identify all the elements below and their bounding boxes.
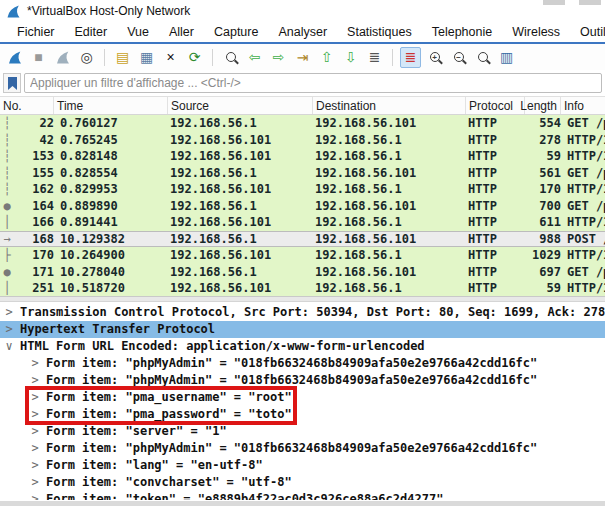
- packet-cell-marker: ├: [0, 247, 14, 264]
- detail-row[interactable]: >Form item: "pma_password" = "toto": [0, 406, 605, 423]
- packet-row[interactable]: ┆1620.829953192.168.56.101192.168.56.1HT…: [0, 181, 605, 198]
- detail-row[interactable]: >Form item: "phpMyAdmin" = "018fb6632468…: [0, 372, 605, 389]
- column-header-time[interactable]: Time: [54, 97, 168, 114]
- expander-icon[interactable]: >: [29, 355, 41, 372]
- zoom-reset-icon: [478, 52, 488, 62]
- go-back-icon[interactable]: ⇦: [244, 47, 265, 68]
- expander-icon[interactable]: >: [29, 406, 41, 423]
- menu-item-editer[interactable]: Editer: [66, 23, 117, 41]
- packet-cell-len: 170: [525, 181, 561, 198]
- menu-item-fichier[interactable]: Fichier: [8, 23, 64, 41]
- menu-item-vue[interactable]: Vue: [118, 23, 158, 41]
- packet-cell-info: GET /p: [561, 198, 605, 215]
- open-file-icon[interactable]: ▤: [112, 47, 133, 68]
- menu-item-statistiques[interactable]: Statistiques: [338, 23, 421, 41]
- zoom-in-icon: +: [430, 52, 440, 62]
- packet-row[interactable]: ●1640.889890192.168.56.1192.168.56.101HT…: [0, 198, 605, 215]
- expander-icon[interactable]: >: [29, 457, 41, 474]
- expander-icon[interactable]: >: [29, 491, 41, 500]
- detail-row[interactable]: >Form item: "pma_username" = "root": [0, 389, 605, 406]
- expander-icon[interactable]: >: [29, 440, 41, 457]
- menu-item-telephonie[interactable]: Telephonie: [423, 23, 501, 41]
- packet-cell-time: 10.278040: [54, 264, 168, 281]
- detail-row[interactable]: >Form item: "phpMyAdmin" = "018fb6632468…: [0, 355, 605, 372]
- packet-cell-marker: │: [0, 214, 14, 231]
- packet-cell-proto: HTTP: [466, 132, 525, 149]
- packet-cell-no: 170: [14, 247, 54, 264]
- detail-row[interactable]: >Form item: "server" = "1": [0, 423, 605, 440]
- expander-icon[interactable]: ∨: [3, 338, 15, 355]
- packet-cell-source: 192.168.56.1: [168, 165, 313, 182]
- packet-row[interactable]: ├17010.264900192.168.56.101192.168.56.1H…: [0, 247, 605, 264]
- auto-scroll-icon[interactable]: ≣: [364, 47, 385, 68]
- menu-item-analyser[interactable]: Analyser: [269, 23, 336, 41]
- packet-cell-time: 0.760127: [54, 115, 168, 132]
- column-header-info[interactable]: Info: [561, 97, 605, 114]
- go-bottom-icon[interactable]: ⇩: [340, 47, 361, 68]
- find-packet-icon[interactable]: [220, 47, 241, 68]
- close-file-icon[interactable]: ×: [160, 47, 181, 68]
- packet-cell-dest: 192.168.56.1: [313, 214, 466, 231]
- packet-cell-marker: ┆: [0, 148, 14, 165]
- expander-icon[interactable]: >: [3, 304, 15, 321]
- display-filter-input[interactable]: [24, 73, 602, 93]
- packet-cell-info: HTTP/1: [561, 148, 605, 165]
- resize-columns-icon[interactable]: ▥: [496, 47, 517, 68]
- detail-row[interactable]: >Hypertext Transfer Protocol: [0, 321, 605, 338]
- packet-row[interactable]: ┆1530.828148192.168.56.101192.168.56.1HT…: [0, 148, 605, 165]
- packet-row[interactable]: ┆1550.828554192.168.56.1192.168.56.101HT…: [0, 165, 605, 182]
- detail-row[interactable]: >Form item: "lang" = "en-utf-8": [0, 457, 605, 474]
- column-header-length[interactable]: Length: [525, 97, 561, 114]
- reload-file-icon[interactable]: ⟳: [184, 47, 205, 68]
- packet-row[interactable]: │25110.518720192.168.56.101192.168.56.1H…: [0, 280, 605, 296]
- packet-row[interactable]: ●17110.278040192.168.56.1192.168.56.101H…: [0, 264, 605, 281]
- zoom-in-icon[interactable]: +: [424, 47, 445, 68]
- expander-icon[interactable]: >: [29, 372, 41, 389]
- expander-icon[interactable]: >: [29, 474, 41, 491]
- zoom-reset-icon[interactable]: [472, 47, 493, 68]
- detail-row[interactable]: >Form item: "token" = "e8889b4f22ac0d3c9…: [0, 491, 605, 500]
- capture-options-icon[interactable]: ◎: [76, 47, 97, 68]
- packet-cell-dest: 192.168.56.101: [313, 232, 466, 247]
- filter-bookmark-button[interactable]: [3, 73, 21, 93]
- restart-capture-icon[interactable]: [52, 47, 73, 68]
- packet-cell-marker: ┆: [0, 115, 14, 132]
- save-file-icon[interactable]: ▦: [136, 47, 157, 68]
- packet-cell-dest: 192.168.56.101: [313, 115, 466, 132]
- packet-cell-info: HTTP/1: [561, 181, 605, 198]
- go-to-packet-icon[interactable]: ⇥: [292, 47, 313, 68]
- packet-cell-time: 0.765245: [54, 132, 168, 149]
- packet-cell-len: 278: [525, 132, 561, 149]
- menu-item-aller[interactable]: Aller: [160, 23, 203, 41]
- column-header-protocol[interactable]: Protocol: [466, 97, 525, 114]
- menu-item-outils[interactable]: Outils: [571, 23, 605, 41]
- detail-row[interactable]: >Transmission Control Protocol, Src Port…: [0, 304, 605, 321]
- toolbar-separator: [212, 49, 213, 66]
- expander-icon[interactable]: >: [29, 423, 41, 440]
- start-capture-icon[interactable]: [4, 47, 25, 68]
- menu-item-wireless[interactable]: Wireless: [503, 23, 569, 41]
- packet-cell-time: 0.829953: [54, 181, 168, 198]
- column-header-destination[interactable]: Destination: [313, 97, 466, 114]
- colorize-icon[interactable]: ≣: [400, 47, 421, 68]
- go-top-icon[interactable]: ⇧: [316, 47, 337, 68]
- detail-text: Form item: "server" = "1": [41, 423, 227, 440]
- menu-item-capture[interactable]: Capture: [205, 23, 267, 41]
- packet-cell-proto: HTTP: [466, 148, 525, 165]
- stop-capture-icon[interactable]: ■: [28, 47, 49, 68]
- detail-row[interactable]: ∨HTML Form URL Encoded: application/x-ww…: [0, 338, 605, 355]
- detail-row[interactable]: >Form item: "phpMyAdmin" = "018fb6632468…: [0, 440, 605, 457]
- packet-row[interactable]: ┆420.765245192.168.56.101192.168.56.1HTT…: [0, 132, 605, 149]
- packet-row[interactable]: →16810.129382192.168.56.1192.168.56.101H…: [0, 231, 605, 248]
- packet-row[interactable]: ┆220.760127192.168.56.1192.168.56.101HTT…: [0, 115, 605, 132]
- zoom-out-icon[interactable]: −: [448, 47, 469, 68]
- expander-icon[interactable]: >: [3, 321, 15, 338]
- detail-row[interactable]: >Form item: "convcharset" = "utf-8": [0, 474, 605, 491]
- horizontal-scrollbar[interactable]: [0, 501, 605, 506]
- column-header-no[interactable]: No.: [0, 97, 54, 114]
- detail-text: HTML Form URL Encoded: application/x-www…: [15, 338, 425, 355]
- go-forward-icon[interactable]: ⇨: [268, 47, 289, 68]
- column-header-source[interactable]: Source: [168, 97, 313, 114]
- expander-icon[interactable]: >: [29, 389, 41, 406]
- packet-row[interactable]: │1660.891441192.168.56.101192.168.56.1HT…: [0, 214, 605, 231]
